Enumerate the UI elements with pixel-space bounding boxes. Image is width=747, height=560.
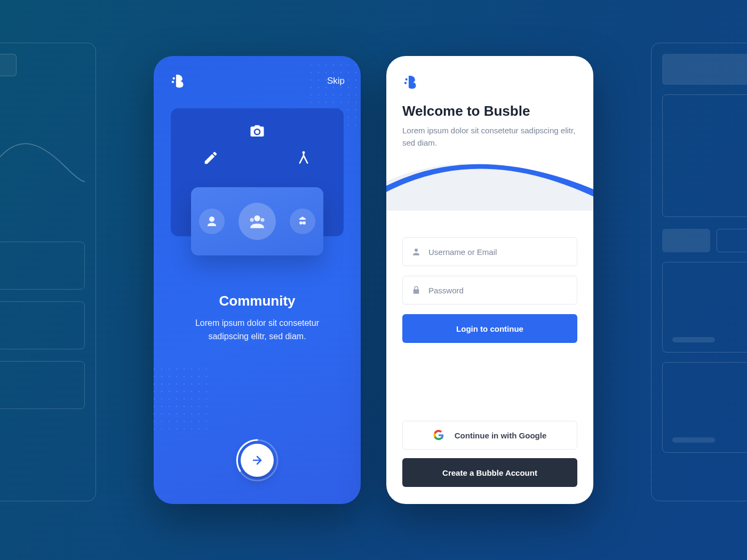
wireframe-chart <box>0 114 85 210</box>
wireframe-list-item <box>0 301 85 349</box>
svg-point-5 <box>260 218 264 222</box>
brand-logo-icon <box>402 73 420 91</box>
svg-point-7 <box>303 221 306 225</box>
password-input[interactable] <box>428 286 568 295</box>
svg-point-6 <box>299 221 303 225</box>
username-field[interactable] <box>402 237 577 266</box>
wireframe-list-item <box>0 361 85 409</box>
login-title: Welcome to Busble <box>402 103 577 119</box>
google-icon <box>433 430 444 441</box>
illustration-front-card <box>191 187 323 255</box>
wireframe-right <box>651 43 747 501</box>
wireframe-list <box>0 242 85 409</box>
pencil-icon <box>203 150 219 166</box>
svg-point-0 <box>173 77 175 79</box>
onboarding-footer <box>165 438 349 487</box>
wireframe-bar <box>662 54 747 85</box>
svg-point-4 <box>250 218 254 222</box>
wireframe-tabs <box>662 229 747 252</box>
login-footer: Continue in with Google Create a Bubble … <box>386 421 593 504</box>
login-screen: Welcome to Busble Lorem ipsum dolor sit … <box>386 56 593 504</box>
swoosh-decoration <box>386 149 593 211</box>
username-input[interactable] <box>428 247 568 257</box>
create-account-button[interactable]: Create a Bubble Account <box>402 458 577 487</box>
login-button[interactable]: Login to continue <box>402 314 577 343</box>
google-login-button[interactable]: Continue in with Google <box>402 421 577 450</box>
login-description: Lorem ipsum dolor sit consetetur sadipsc… <box>402 125 577 149</box>
brand-logo-icon <box>170 72 188 90</box>
onboarding-screen: Skip Community Lorem ipsum <box>154 56 361 504</box>
google-button-label: Continue in with Google <box>455 431 546 440</box>
svg-point-2 <box>209 217 214 222</box>
user-icon <box>411 247 421 257</box>
onboarding-illustration <box>171 108 344 279</box>
camera-icon <box>249 123 265 139</box>
compass-icon <box>296 150 312 166</box>
astronaut-icon <box>199 209 225 234</box>
svg-point-12 <box>415 249 418 252</box>
group-icon <box>239 203 276 240</box>
onboarding-description: Lorem ipsum dolor sit consetetur sadipsc… <box>165 317 349 343</box>
wireframe-list-item <box>0 242 85 290</box>
wireframe-left <box>0 43 96 501</box>
svg-point-1 <box>172 81 174 83</box>
login-header: Welcome to Busble Lorem ipsum dolor sit … <box>386 56 593 211</box>
svg-point-3 <box>254 215 260 221</box>
svg-point-11 <box>404 82 407 84</box>
progress-arc <box>235 438 280 483</box>
svg-point-10 <box>406 78 408 81</box>
wireframe-tab <box>0 54 17 76</box>
wireframe-card <box>662 262 747 353</box>
lock-icon <box>411 285 421 295</box>
password-field[interactable] <box>402 276 577 305</box>
decoration-dots <box>154 365 207 429</box>
login-form: Login to continue <box>386 211 593 359</box>
wireframe-card <box>662 362 747 453</box>
spy-icon <box>290 209 315 234</box>
skip-button[interactable]: Skip <box>327 76 345 86</box>
wireframe-box <box>662 94 747 217</box>
onboarding-title: Community <box>165 293 349 309</box>
